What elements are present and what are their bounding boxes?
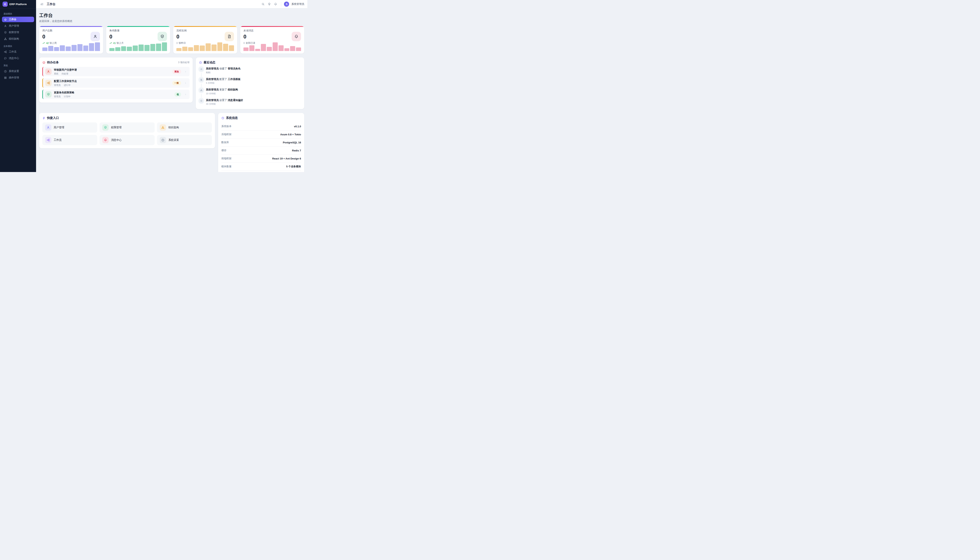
- nav-group-label: 系统: [2, 63, 34, 68]
- task-source: 系统: [54, 72, 58, 75]
- task-icon-tile: [45, 80, 51, 86]
- clock-icon: [221, 117, 224, 120]
- stat-card-roles: 角色数量 0 +1 较上月: [106, 26, 170, 53]
- avatar[interactable]: 系: [284, 2, 289, 7]
- bar: [279, 45, 284, 51]
- bar: [60, 45, 65, 51]
- message-icon: [4, 57, 7, 60]
- bar: [162, 42, 167, 51]
- quick-entry-title: 快捷入口: [47, 116, 59, 120]
- chevron-right-icon: [184, 93, 187, 96]
- activity-object: 组织架构: [228, 88, 238, 91]
- sidebar-item-organization[interactable]: 组织架构: [2, 36, 34, 42]
- sidebar-item-permissions[interactable]: 权限管理: [2, 30, 34, 35]
- bar: [223, 44, 228, 51]
- activity-body: 系统管理员 更新了 组织架构 10 分钟前: [206, 88, 238, 98]
- bar: [188, 47, 193, 51]
- stat-card-users: 用户总数 0 +2 较上周: [39, 26, 103, 53]
- info-value: Redis 7: [292, 149, 301, 152]
- stat-icon-tile: [158, 32, 167, 41]
- timeline-connector: [201, 94, 201, 98]
- shield-check-icon: [47, 93, 50, 96]
- sidebar-item-users[interactable]: 用户管理: [2, 23, 34, 28]
- timeline-rail: [199, 88, 204, 98]
- stat-icon-tile: [91, 32, 100, 41]
- workflow-icon: [4, 50, 7, 53]
- user-icon: [4, 25, 7, 27]
- quick-entry-organization[interactable]: 组织架构: [157, 122, 212, 133]
- user-name[interactable]: 系统管理员: [291, 2, 304, 6]
- quick-entry-permissions[interactable]: 权限管理: [100, 122, 154, 133]
- menu-fold-icon: [40, 3, 43, 6]
- bell-icon: [274, 3, 277, 6]
- stat-icon-tile: [224, 32, 234, 41]
- todo-title: 待办任务: [47, 61, 59, 64]
- activity-object: 消息通知偏好: [228, 99, 243, 102]
- bar: [83, 45, 88, 51]
- bar: [249, 45, 254, 51]
- org-chart-icon: [4, 37, 7, 40]
- theme-button[interactable]: [267, 2, 272, 7]
- task-main: 审核新用户注册申请 系统 待处理: [54, 68, 170, 75]
- bar: [176, 48, 181, 51]
- info-value: v0.1.0: [294, 125, 301, 128]
- sidebar: E ERP Platform 基础模块 工作台 用户管理 权限管理: [0, 0, 36, 172]
- task-row-review-registration[interactable]: 审核新用户注册申请 系统 待处理 紧急: [42, 67, 189, 76]
- accent-stripe: [240, 26, 304, 27]
- shield-check-icon: [4, 31, 7, 34]
- info-row-modules: 模块数量 5 个业务模块: [221, 163, 301, 171]
- task-title: 审核新用户注册申请: [54, 68, 170, 72]
- timeline-rail: [199, 98, 204, 106]
- bar: [115, 47, 120, 51]
- search-button[interactable]: [260, 2, 266, 7]
- bar: [218, 42, 223, 51]
- sidebar-item-settings[interactable]: 系统设置: [2, 68, 34, 74]
- task-row-configure-workflow[interactable]: 配置工作流审批节点 管理员 进行中 一般: [42, 78, 189, 88]
- timeline-rail: [199, 67, 204, 77]
- bar: [121, 46, 126, 51]
- info-label: 模块数量: [221, 165, 231, 168]
- quick-entry-settings[interactable]: 系统设置: [157, 135, 212, 145]
- brand-logo: E: [3, 2, 8, 7]
- quick-entry-workflow[interactable]: 工作流: [42, 135, 97, 145]
- sidebar-item-messages[interactable]: 消息中心: [2, 55, 34, 61]
- task-row-update-role-policy[interactable]: 更新角色权限策略 管理员 计划中 低: [42, 90, 189, 99]
- check-circle-icon: [42, 61, 45, 64]
- nav-group-system: 系统 系统设置 插件管理: [2, 63, 34, 80]
- sidebar-item-workflow[interactable]: 工作流: [2, 49, 34, 55]
- stat-card-messages: 未读消息 0 0 全部已读: [240, 26, 304, 53]
- bar: [54, 47, 59, 51]
- bar: [89, 43, 94, 51]
- bar: [296, 47, 301, 51]
- quick-entry-messages[interactable]: 消息中心: [100, 135, 154, 145]
- user-icon: [93, 34, 97, 38]
- todo-count: 3 项待处理: [178, 61, 189, 64]
- notifications-button[interactable]: [273, 2, 278, 7]
- info-row-frontend: 前端框架 React 19 + Ant Design 6: [221, 155, 301, 163]
- quick-entry-users[interactable]: 用户管理: [42, 122, 97, 133]
- sidebar-item-workbench[interactable]: 工作台: [2, 17, 34, 22]
- nav-group-business: 业务模块 工作流 消息中心: [2, 43, 34, 61]
- bar: [261, 44, 266, 51]
- info-label: 缓存: [221, 149, 226, 152]
- topbar-actions: 系 系统管理员: [260, 2, 304, 7]
- task-meta: 系统 待处理: [54, 72, 170, 75]
- bar: [211, 45, 217, 51]
- info-value: PostgreSQL 16: [283, 141, 301, 144]
- system-info-header: 系统信息: [221, 116, 301, 120]
- bar: [290, 46, 295, 51]
- task-status: 进行中: [64, 84, 71, 87]
- bar: [150, 44, 155, 51]
- timeline-rail: [199, 77, 204, 88]
- chevron-right-icon: [184, 70, 187, 73]
- org-chart-icon: [160, 124, 166, 131]
- task-icon-tile: [45, 91, 51, 97]
- sidebar-item-plugins[interactable]: 插件管理: [2, 75, 34, 80]
- quick-entry-label: 权限管理: [111, 126, 121, 129]
- sidebar-collapse-button[interactable]: [39, 2, 45, 7]
- task-main: 配置工作流审批节点 管理员 进行中: [54, 80, 170, 87]
- bar: [95, 42, 100, 51]
- task-title: 更新角色权限策略: [54, 91, 172, 94]
- accent-stripe: [173, 26, 237, 27]
- task-source: 管理员: [54, 95, 61, 98]
